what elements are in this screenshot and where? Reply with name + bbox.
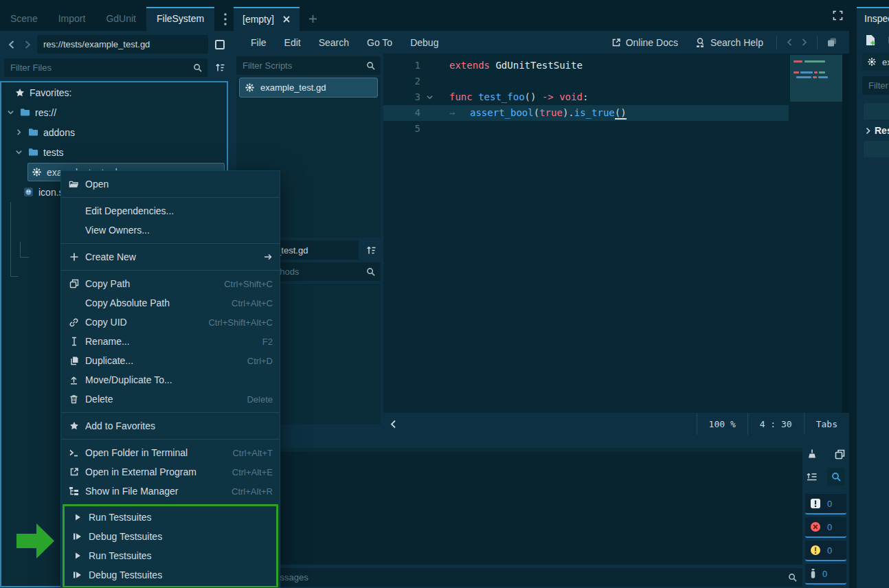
menu-item-debug-testsuites[interactable]: Debug Testsuites (65, 527, 276, 546)
online-docs-button[interactable]: Online Docs (604, 37, 686, 48)
filter-messages-input[interactable] (239, 568, 802, 587)
current-path-field[interactable] (37, 35, 208, 54)
tab-inspector[interactable]: Inspector (857, 7, 889, 30)
fullscreen-icon[interactable] (832, 10, 844, 21)
copy-icon[interactable] (835, 449, 845, 460)
indent-mode[interactable]: Tabs (804, 413, 849, 435)
kebab-menu-icon[interactable] (217, 7, 234, 31)
inspector-section-resource[interactable]: Resource (865, 125, 889, 136)
scripts-panel-toggle-icon[interactable] (823, 34, 841, 51)
tree-item-label: Favorites: (30, 87, 71, 98)
menu-debug[interactable]: Debug (401, 34, 447, 51)
star-icon (68, 421, 80, 431)
new-tab-plus-icon[interactable] (300, 7, 326, 31)
menu-go-to[interactable]: Go To (358, 34, 401, 51)
script-editor: [empty] FileEditSearchGo ToDebug Online … (234, 0, 849, 443)
menu-item-delete[interactable]: DeleteDelete (61, 389, 280, 409)
clear-console-icon[interactable] (807, 449, 818, 460)
menu-item-create-new[interactable]: Create New (61, 247, 280, 267)
online-docs-label: Online Docs (626, 37, 678, 48)
counter-error-circle[interactable]: 0 (805, 517, 846, 538)
filesystem-filter-bar (0, 56, 234, 81)
script-item-label: example_test.gd (260, 82, 326, 93)
inspector-row[interactable] (864, 141, 889, 157)
filter-scripts-input[interactable] (236, 56, 381, 75)
filter-files-input[interactable] (4, 58, 207, 77)
script-tab-empty[interactable]: [empty] (234, 7, 300, 31)
menu-item-add-to-favorites[interactable]: Add to Favorites (61, 416, 280, 436)
script-forward-icon[interactable] (798, 35, 811, 49)
search-help-button[interactable]: Search Help (687, 37, 771, 48)
tab-import[interactable]: Import (48, 7, 96, 31)
chevron-left-icon[interactable] (383, 420, 403, 429)
menu-item-debug-testsuites[interactable]: Debug Testsuites (65, 565, 276, 585)
code-token: is_true (574, 107, 615, 118)
zoom-level[interactable]: 100 % (697, 413, 747, 435)
menu-item-label: View Owners... (85, 225, 273, 236)
console-search-toggle[interactable] (827, 468, 845, 486)
tab-gdunit[interactable]: GdUnit (95, 7, 146, 31)
counter-flask[interactable]: 0 (805, 564, 846, 585)
minimap-mark (796, 76, 811, 78)
code-line-5: 5 (383, 121, 789, 137)
menu-item-run-testsuites[interactable]: Run Testsuites (65, 546, 276, 565)
tab-scene[interactable]: Scene (0, 7, 48, 31)
code-scrollbar[interactable] (842, 54, 849, 413)
split-mode-icon[interactable] (210, 36, 229, 54)
history-back-icon[interactable] (4, 37, 19, 52)
menu-item-run-testsuites[interactable]: Run Testsuites (65, 508, 276, 527)
menu-search[interactable]: Search (310, 34, 358, 51)
counter-warning-circle[interactable]: 0 (805, 541, 846, 561)
menu-item-copy-uid[interactable]: Copy UIDCtrl+Shift+Alt+C (61, 313, 280, 332)
menu-item-move-duplicate-to[interactable]: Move/Duplicate To... (61, 370, 280, 389)
code-token: : (583, 91, 588, 102)
line-number: 1 (383, 58, 423, 74)
menu-item-open-in-external-program[interactable]: Open in External ProgramCtrl+Alt+E (61, 462, 280, 482)
menu-item-copy-path[interactable]: Copy PathCtrl+Shift+C (61, 274, 280, 293)
menu-item-open-folder-in-terminal[interactable]: Open Folder in TerminalCtrl+Alt+T (61, 443, 280, 462)
menu-file[interactable]: File (242, 34, 275, 51)
menu-item-duplicate[interactable]: Duplicate...Ctrl+D (61, 351, 280, 370)
counter-value: 0 (827, 499, 832, 509)
menu-item-open[interactable]: Open (61, 174, 280, 194)
inspector-row[interactable] (864, 103, 889, 120)
fold-gutter[interactable] (423, 89, 436, 105)
code-token: -> (542, 91, 559, 102)
menu-item-label: Rename... (85, 336, 262, 347)
filesystem-context-menu: OpenEdit Dependencies...View Owners...Cr… (60, 170, 280, 588)
collapse-all-icon[interactable] (807, 472, 818, 482)
tree-item-tests[interactable]: tests (1, 142, 227, 162)
script-back-icon[interactable] (783, 35, 796, 49)
inspector-resource-row[interactable]: example_test.gd (862, 53, 889, 71)
menu-item-edit-dependencies[interactable]: Edit Dependencies... (61, 201, 280, 220)
new-resource-icon[interactable] (865, 34, 876, 46)
tree-item-addons[interactable]: addons (1, 122, 227, 142)
sort-files-icon[interactable] (211, 59, 229, 76)
script-list-item[interactable]: example_test.gd (239, 78, 378, 98)
menu-edit[interactable]: Edit (275, 34, 310, 51)
menu-item-shortcut: Ctrl+Alt+C (232, 298, 273, 308)
code-editor[interactable]: 1extends GdUnitTestSuite23func test_foo(… (383, 54, 849, 413)
menu-item-label: Run Testsuites (89, 550, 269, 561)
menu-item-rename[interactable]: Rename...F2 (61, 332, 280, 351)
history-forward-icon[interactable] (21, 37, 35, 52)
menu-item-view-owners[interactable]: View Owners... (61, 220, 280, 240)
tree-item-favorites[interactable]: Favorites: (1, 82, 227, 102)
tree-item-res[interactable]: res:// (1, 102, 227, 122)
indent-marker-icon: → (449, 105, 470, 121)
link-icon (68, 317, 80, 328)
counter-alert-square[interactable]: 0 (805, 494, 846, 514)
filter-properties-input[interactable] (862, 76, 889, 95)
gear-icon (867, 57, 877, 67)
menu-item-label: Edit Dependencies... (85, 205, 273, 216)
minimap[interactable] (790, 55, 842, 410)
menu-item-copy-absolute-path[interactable]: Copy Absolute PathCtrl+Alt+C (61, 293, 280, 313)
tab-filesystem[interactable]: FileSystem (146, 7, 214, 31)
filesystem-nav-bar (0, 31, 234, 56)
code-token: ). (563, 107, 574, 118)
warning-circle-icon (810, 545, 821, 556)
file-manager-icon (68, 486, 80, 496)
menu-item-show-in-file-manager[interactable]: Show in File ManagerCtrl+Alt+R (61, 482, 280, 501)
sort-scripts-icon[interactable] (361, 240, 381, 260)
close-icon[interactable] (282, 15, 291, 23)
